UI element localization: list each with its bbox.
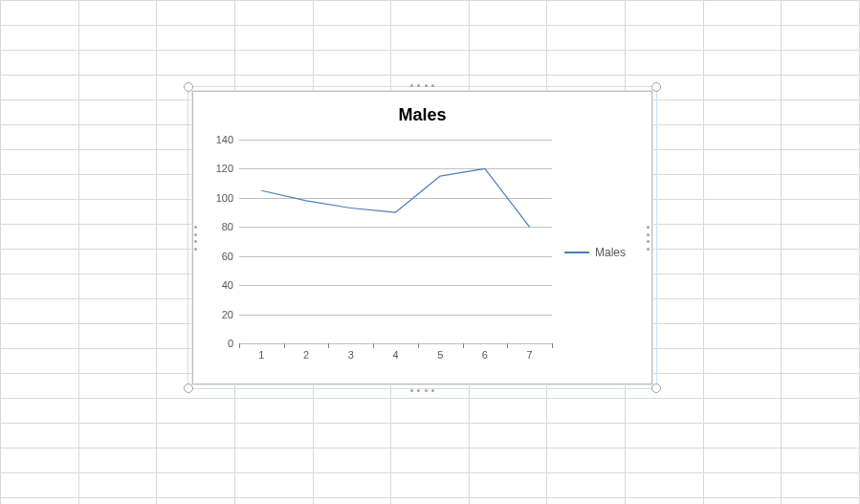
y-tick-label: 140 [207,134,239,145]
x-tick-label: 4 [392,343,398,361]
y-tick-label: 20 [207,309,239,320]
y-tick-label: 40 [207,279,239,291]
y-tick-label: 60 [207,251,239,262]
plot-area[interactable]: 0204060801001201401234567 [239,140,552,343]
x-tick-label: 6 [482,343,488,361]
x-tick-mark [373,343,374,348]
x-tick-mark [239,343,240,348]
y-tick-label: 0 [207,338,239,349]
legend-label: Males [595,246,626,259]
x-tick-label: 3 [348,343,354,361]
legend[interactable]: Males [552,136,638,368]
chart-title[interactable]: Males [193,92,651,131]
resize-handle-left[interactable] [193,226,199,251]
x-tick-mark [418,343,419,348]
legend-swatch [564,252,589,253]
line-series[interactable] [239,140,552,343]
resize-handle-right[interactable] [646,226,651,251]
chart-body: 0204060801001201401234567 Males [207,136,638,368]
x-tick-mark [552,343,553,348]
x-tick-mark [507,343,508,348]
x-tick-label: 7 [527,343,533,361]
legend-item[interactable]: Males [564,246,626,259]
x-tick-label: 1 [258,343,264,361]
y-tick-label: 100 [207,192,239,204]
chart-object[interactable]: Males 0204060801001201401234567 Males [192,91,652,384]
y-tick-label: 80 [207,221,239,232]
x-tick-mark [328,343,329,348]
plot-wrap: 0204060801001201401234567 [207,136,552,368]
x-tick-mark [284,343,285,348]
y-tick-label: 120 [207,163,239,174]
x-tick-mark [463,343,464,348]
x-tick-label: 2 [303,343,309,361]
x-tick-label: 5 [437,343,443,361]
